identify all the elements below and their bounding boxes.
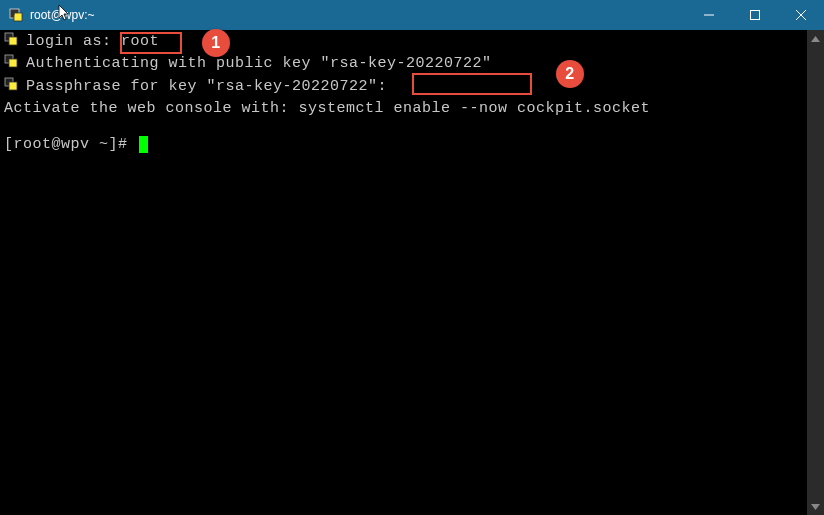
- window-controls: [686, 0, 824, 30]
- app-icon: [8, 7, 24, 23]
- maximize-button[interactable]: [732, 0, 778, 30]
- terminal-line: [root@wpv ~]#: [4, 135, 818, 155]
- terminal-text: Authenticating with public key "rsa-key-…: [26, 54, 492, 74]
- terminal-line: Passphrase for key "rsa-key-20220722":: [4, 77, 818, 97]
- svg-rect-8: [9, 37, 17, 45]
- titlebar[interactable]: root@wpv:~: [0, 0, 824, 30]
- close-button[interactable]: [778, 0, 824, 30]
- putty-line-icon: [4, 32, 20, 46]
- minimize-button[interactable]: [686, 0, 732, 30]
- terminal-text: Passphrase for key "rsa-key-20220722":: [26, 77, 397, 97]
- terminal-line: login as: root: [4, 32, 818, 52]
- window-title: root@wpv:~: [30, 8, 686, 22]
- scroll-down-button[interactable]: [807, 498, 824, 515]
- terminal-line: Authenticating with public key "rsa-key-…: [4, 54, 818, 74]
- svg-rect-4: [751, 11, 760, 20]
- putty-window: root@wpv:~ login: [0, 0, 824, 515]
- putty-line-icon: [4, 54, 20, 68]
- terminal-text: Activate the web console with: systemctl…: [4, 99, 650, 119]
- terminal-cursor: [139, 136, 148, 153]
- terminal-prompt: [root@wpv ~]#: [4, 135, 148, 155]
- terminal-text: login as: root: [26, 32, 159, 52]
- putty-line-icon: [4, 77, 20, 91]
- svg-rect-1: [14, 13, 22, 21]
- terminal-line: Activate the web console with: systemctl…: [4, 99, 818, 119]
- terminal-area[interactable]: login as: root Authenticating with publi…: [0, 30, 824, 515]
- svg-rect-10: [9, 59, 17, 67]
- scroll-up-button[interactable]: [807, 30, 824, 47]
- vertical-scrollbar[interactable]: [807, 30, 824, 515]
- svg-rect-12: [9, 82, 17, 90]
